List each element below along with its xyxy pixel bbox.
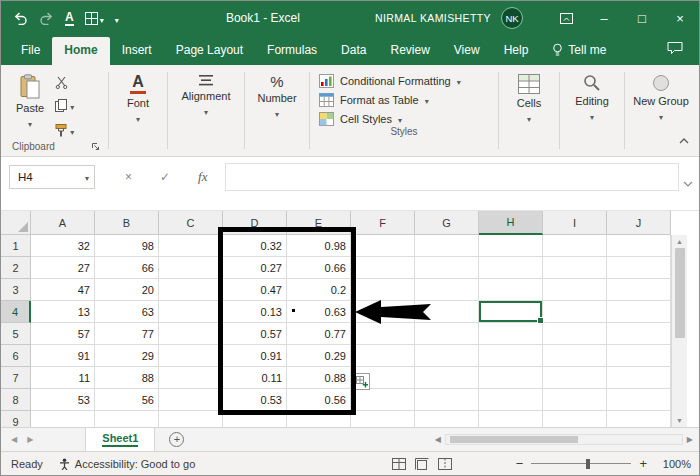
cell-I1[interactable] — [543, 235, 607, 257]
row-header-2[interactable]: 2 — [1, 257, 31, 279]
cell-B9[interactable] — [95, 411, 159, 427]
cell-C4[interactable] — [159, 301, 223, 323]
vertical-scroll-thumb[interactable] — [675, 248, 685, 338]
cell-B4[interactable]: 63 — [95, 301, 159, 323]
cell-H7[interactable] — [479, 367, 543, 389]
underline-button[interactable]: A — [65, 11, 74, 26]
cell-C7[interactable] — [159, 367, 223, 389]
cell-E4[interactable]: 0.63 — [287, 301, 351, 323]
cell-D6[interactable]: 0.91 — [223, 345, 287, 367]
comments-button[interactable] — [667, 40, 683, 65]
scroll-down-icon[interactable]: ▼ — [676, 414, 683, 427]
cell-H5[interactable] — [479, 323, 543, 345]
cell-H8[interactable] — [479, 389, 543, 411]
column-header-D[interactable]: D — [223, 211, 287, 235]
cell-G1[interactable] — [415, 235, 479, 257]
tab-review[interactable]: Review — [378, 37, 441, 65]
row-header-5[interactable]: 5 — [1, 323, 31, 345]
cell-C9[interactable] — [159, 411, 223, 427]
zoom-slider-thumb[interactable] — [586, 459, 590, 469]
cell-B2[interactable]: 66 — [95, 257, 159, 279]
cancel-entry-button[interactable]: × — [125, 170, 132, 184]
cell-A7[interactable]: 11 — [31, 367, 95, 389]
cell-E5[interactable]: 0.77 — [287, 323, 351, 345]
cell-G5[interactable] — [415, 323, 479, 345]
horizontal-scrollbar[interactable]: ◀ ▶ — [435, 434, 699, 445]
cell-I9[interactable] — [543, 411, 607, 427]
column-header-G[interactable]: G — [415, 211, 479, 235]
cell-J5[interactable] — [607, 323, 671, 345]
scroll-up-icon[interactable]: ▲ — [676, 235, 683, 248]
conditional-formatting-button[interactable]: Conditional Formatting — [319, 74, 489, 88]
undo-button[interactable] — [13, 12, 28, 25]
column-header-I[interactable]: I — [543, 211, 607, 235]
vertical-scrollbar[interactable]: ▲ ▼ — [671, 235, 687, 427]
fill-options-button[interactable] — [353, 373, 370, 390]
cell-D2[interactable]: 0.27 — [223, 257, 287, 279]
cell-A9[interactable] — [31, 411, 95, 427]
cell-E2[interactable]: 0.66 — [287, 257, 351, 279]
horizontal-scroll-thumb[interactable] — [450, 436, 578, 443]
cell-B3[interactable]: 20 — [95, 279, 159, 301]
cell-C3[interactable] — [159, 279, 223, 301]
cell-C1[interactable] — [159, 235, 223, 257]
horizontal-scroll-track[interactable] — [445, 434, 683, 445]
cell-I2[interactable] — [543, 257, 607, 279]
normal-view-icon[interactable] — [392, 458, 406, 470]
name-box[interactable]: H4 — [9, 165, 95, 189]
cell-D7[interactable]: 0.11 — [223, 367, 287, 389]
cell-B1[interactable]: 98 — [95, 235, 159, 257]
cell-C5[interactable] — [159, 323, 223, 345]
cell-G8[interactable] — [415, 389, 479, 411]
column-header-F[interactable]: F — [351, 211, 415, 235]
cell-J9[interactable] — [607, 411, 671, 427]
avatar[interactable]: NK — [501, 7, 523, 29]
collapse-ribbon-button[interactable] — [679, 130, 689, 148]
cell-D1[interactable]: 0.32 — [223, 235, 287, 257]
font-group-button[interactable]: A Font — [112, 67, 164, 156]
column-header-A[interactable]: A — [31, 211, 95, 235]
column-header-H[interactable]: H — [479, 211, 543, 235]
cell-A4[interactable]: 13 — [31, 301, 95, 323]
cell-B8[interactable]: 56 — [95, 389, 159, 411]
column-header-B[interactable]: B — [95, 211, 159, 235]
cell-E1[interactable]: 0.98 — [287, 235, 351, 257]
cell-F6[interactable] — [351, 345, 415, 367]
cell-A1[interactable]: 32 — [31, 235, 95, 257]
tab-file[interactable]: File — [9, 37, 52, 65]
cell-C8[interactable] — [159, 389, 223, 411]
cell-A6[interactable]: 91 — [31, 345, 95, 367]
cell-C2[interactable] — [159, 257, 223, 279]
cell-G4[interactable] — [415, 301, 479, 323]
cell-D9[interactable] — [223, 411, 287, 427]
cell-I6[interactable] — [543, 345, 607, 367]
cell-B7[interactable]: 88 — [95, 367, 159, 389]
tab-data[interactable]: Data — [329, 37, 378, 65]
next-sheet-button[interactable]: ▶ — [27, 435, 33, 444]
cell-J2[interactable] — [607, 257, 671, 279]
cell-A3[interactable]: 47 — [31, 279, 95, 301]
new-sheet-button[interactable]: + — [169, 432, 184, 447]
cell-J1[interactable] — [607, 235, 671, 257]
formula-input[interactable] — [225, 163, 679, 191]
select-all-button[interactable] — [1, 211, 31, 235]
cell-H6[interactable] — [479, 345, 543, 367]
cell-I8[interactable] — [543, 389, 607, 411]
tab-page-layout[interactable]: Page Layout — [164, 37, 255, 65]
column-header-E[interactable]: E — [287, 211, 351, 235]
paste-button[interactable]: Paste — [7, 67, 53, 141]
cell-G6[interactable] — [415, 345, 479, 367]
number-group-button[interactable]: % Number — [248, 67, 306, 156]
cell-H1[interactable] — [479, 235, 543, 257]
cell-G7[interactable] — [415, 367, 479, 389]
sheet-tab-sheet1[interactable]: Sheet1 — [85, 428, 155, 451]
editing-group-button[interactable]: Editing — [563, 67, 621, 156]
insert-function-button[interactable]: fx — [198, 169, 207, 185]
close-button[interactable]: × — [661, 1, 699, 35]
row-header-3[interactable]: 3 — [1, 279, 31, 301]
ribbon-display-options-button[interactable] — [547, 1, 585, 35]
tab-home[interactable]: Home — [52, 37, 109, 65]
cell-B6[interactable]: 29 — [95, 345, 159, 367]
row-header-6[interactable]: 6 — [1, 345, 31, 367]
redo-button[interactable] — [39, 12, 54, 25]
